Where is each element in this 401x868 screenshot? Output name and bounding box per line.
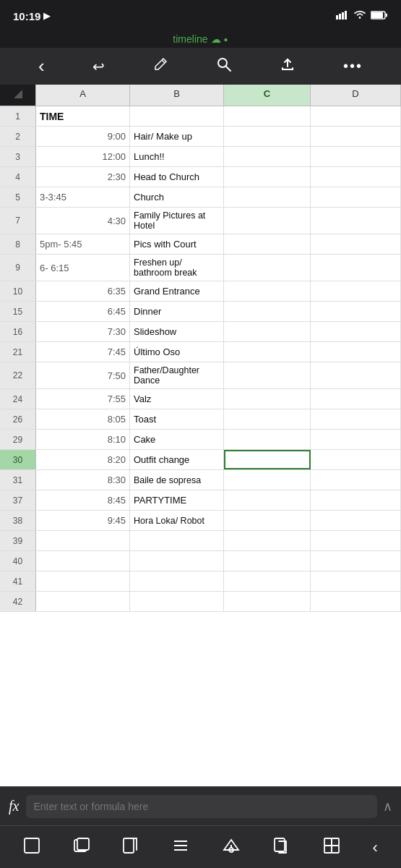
cell-d[interactable] <box>311 234 401 254</box>
cell-c[interactable] <box>224 302 311 321</box>
table-row[interactable]: 167:30Slideshow <box>0 322 401 342</box>
table-row[interactable]: 308:20Outfit change <box>0 450 401 470</box>
cell-a[interactable]: 8:45 <box>36 490 130 510</box>
search-button[interactable] <box>210 54 238 79</box>
cell-c[interactable] <box>224 106 311 126</box>
cell-b[interactable]: Father/Daughter Dance <box>130 362 224 388</box>
bottom-btn-1[interactable] <box>17 834 46 861</box>
cell-b[interactable]: Freshen up/ bathroom break <box>130 255 224 281</box>
undo-button[interactable]: ↩ <box>87 55 111 78</box>
cell-d[interactable] <box>311 490 401 510</box>
table-row[interactable]: 42 <box>0 592 401 612</box>
more-button[interactable]: ••• <box>337 55 368 77</box>
cell-c[interactable] <box>224 255 311 281</box>
cell-b[interactable]: Outfit change <box>130 450 224 469</box>
cell-c[interactable] <box>224 147 311 166</box>
table-row[interactable]: 53-3:45Church <box>0 187 401 208</box>
cell-a[interactable] <box>36 551 130 571</box>
table-row[interactable]: 41 <box>0 571 401 592</box>
cell-b[interactable]: Baile de sopresa <box>130 470 224 490</box>
cell-a[interactable]: 6:35 <box>36 281 130 301</box>
bottom-btn-more[interactable]: ‹ <box>366 835 383 860</box>
cell-b[interactable]: Grand Entrance <box>130 281 224 301</box>
table-row[interactable]: 312:00Lunch!! <box>0 147 401 167</box>
table-row[interactable]: 378:45PARTYTIME <box>0 490 401 511</box>
table-row[interactable]: 217:45Último Oso <box>0 342 401 362</box>
cell-b[interactable]: Valz <box>130 389 224 409</box>
table-row[interactable]: 85pm- 5:45Pics with Court <box>0 234 401 255</box>
cell-a[interactable]: 7:30 <box>36 322 130 341</box>
cell-d[interactable] <box>311 255 401 281</box>
table-row[interactable]: 42:30Head to Church <box>0 167 401 187</box>
table-row[interactable]: 74:30Family Pictures at Hotel <box>0 208 401 234</box>
cell-b[interactable]: Último Oso <box>130 342 224 362</box>
table-row[interactable]: 29:00Hair/ Make up <box>0 127 401 147</box>
cell-a[interactable]: 6- 6:15 <box>36 255 130 281</box>
cell-d[interactable] <box>311 127 401 146</box>
cell-b[interactable]: Hora Loka/ Robot <box>130 511 224 530</box>
col-header-c[interactable]: C <box>224 85 311 106</box>
cell-a[interactable]: 8:20 <box>36 450 130 469</box>
table-row[interactable]: 96- 6:15Freshen up/ bathroom break <box>0 255 401 281</box>
cell-b[interactable]: Dinner <box>130 302 224 321</box>
cell-c[interactable] <box>224 389 311 409</box>
cell-c[interactable] <box>224 592 311 611</box>
cell-c[interactable] <box>224 342 311 362</box>
cell-a[interactable]: 7:50 <box>36 362 130 388</box>
cell-d[interactable] <box>311 389 401 409</box>
bottom-btn-4[interactable] <box>166 834 195 861</box>
cell-b[interactable] <box>130 592 224 611</box>
table-row[interactable]: 40 <box>0 551 401 571</box>
cell-c[interactable] <box>224 409 311 429</box>
table-row[interactable]: 106:35Grand Entrance <box>0 281 401 302</box>
cell-d[interactable] <box>311 511 401 530</box>
cell-c[interactable] <box>224 470 311 490</box>
cell-c[interactable] <box>224 450 311 469</box>
table-row[interactable]: 39 <box>0 531 401 551</box>
cell-c[interactable] <box>224 322 311 341</box>
cell-a[interactable]: 6:45 <box>36 302 130 321</box>
table-row[interactable]: 247:55Valz <box>0 389 401 409</box>
formula-input[interactable] <box>26 795 377 818</box>
cell-b[interactable]: Pics with Court <box>130 234 224 254</box>
cell-d[interactable] <box>311 322 401 341</box>
cell-b[interactable]: Toast <box>130 409 224 429</box>
cell-b[interactable] <box>130 571 224 591</box>
pen-button[interactable] <box>147 54 174 79</box>
cell-c[interactable] <box>224 167 311 187</box>
cell-a[interactable] <box>36 571 130 591</box>
cell-a[interactable]: 4:30 <box>36 208 130 234</box>
cell-c[interactable] <box>224 551 311 571</box>
cell-a[interactable]: 9:45 <box>36 511 130 530</box>
cell-a[interactable]: TIME <box>36 106 130 126</box>
cell-d[interactable] <box>311 450 401 469</box>
cell-a[interactable]: 3-3:45 <box>36 187 130 207</box>
cell-d[interactable] <box>311 551 401 571</box>
table-row[interactable]: 227:50Father/Daughter Dance <box>0 362 401 389</box>
cell-d[interactable] <box>311 362 401 388</box>
cell-d[interactable] <box>311 187 401 207</box>
cell-b[interactable]: Family Pictures at Hotel <box>130 208 224 234</box>
bottom-btn-6[interactable] <box>267 834 296 861</box>
cell-a[interactable]: 7:55 <box>36 389 130 409</box>
cell-a[interactable]: 12:00 <box>36 147 130 166</box>
share-button[interactable] <box>274 54 301 79</box>
cell-d[interactable] <box>311 302 401 321</box>
cell-b[interactable] <box>130 531 224 550</box>
cell-b[interactable]: Head to Church <box>130 167 224 187</box>
table-row[interactable]: 318:30Baile de sopresa <box>0 470 401 490</box>
cell-c[interactable] <box>224 127 311 146</box>
cell-d[interactable] <box>311 167 401 187</box>
cell-d[interactable] <box>311 571 401 591</box>
bottom-btn-3[interactable] <box>116 834 145 861</box>
bottom-btn-2[interactable] <box>67 834 96 861</box>
cell-b[interactable] <box>130 551 224 571</box>
cell-d[interactable] <box>311 342 401 362</box>
cell-a[interactable]: 8:30 <box>36 470 130 490</box>
table-row[interactable]: 298:10Cake <box>0 430 401 450</box>
cell-c[interactable] <box>224 511 311 530</box>
cell-b[interactable] <box>130 106 224 126</box>
cell-d[interactable] <box>311 531 401 550</box>
table-row[interactable]: 389:45Hora Loka/ Robot <box>0 511 401 531</box>
table-row[interactable]: 156:45Dinner <box>0 302 401 322</box>
